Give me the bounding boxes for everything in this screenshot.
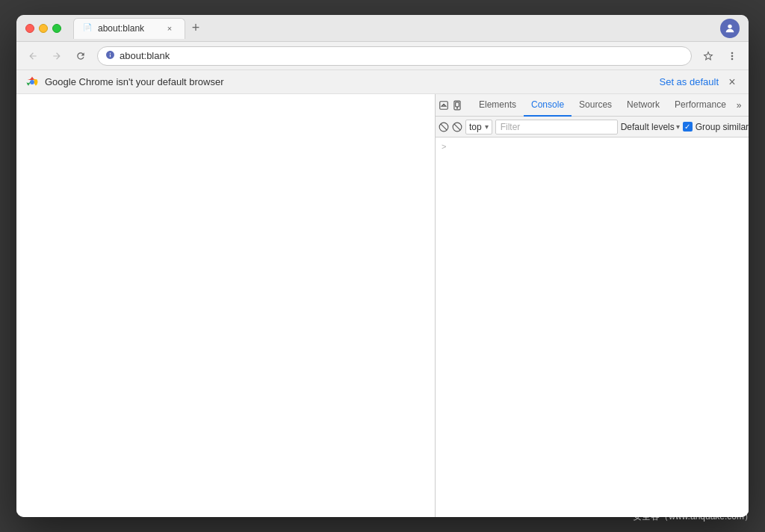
forward-button[interactable] [46, 46, 67, 66]
group-similar-toggle[interactable]: ✓ Group similar [683, 122, 749, 132]
tab-elements[interactable]: Elements [471, 94, 524, 117]
svg-point-1 [30, 80, 34, 84]
chrome-logo-icon [25, 75, 39, 89]
title-bar: 📄 about:blank × + [16, 15, 749, 42]
tab-favicon-icon: 📄 [83, 23, 93, 34]
console-context-select[interactable]: top ▾ [465, 120, 492, 134]
default-levels-arrow-icon: ▾ [676, 123, 680, 131]
address-text: about:blank [120, 50, 684, 61]
maximize-window-button[interactable] [52, 24, 61, 33]
clear-console-button[interactable] [439, 119, 449, 135]
svg-rect-4 [456, 102, 459, 106]
svg-point-0 [728, 24, 731, 28]
group-similar-checkbox[interactable]: ✓ [683, 122, 693, 132]
console-filter-input[interactable] [495, 120, 618, 134]
profile-icon[interactable] [720, 19, 740, 38]
close-tab-button[interactable]: × [164, 22, 176, 34]
console-prompt[interactable]: > [439, 140, 746, 152]
tab-title: about:blank [98, 23, 159, 34]
block-icon-button[interactable] [452, 119, 462, 135]
devtools-tabs: Elements Console Sources Network Perform… [471, 94, 734, 117]
svg-rect-2 [440, 101, 448, 109]
devtools-panel: Elements Console Sources Network Perform… [435, 94, 749, 517]
devtools-toolbar: Elements Console Sources Network Perform… [436, 94, 749, 117]
console-toolbar: top ▾ Default levels ▾ ✓ Group similar [436, 117, 749, 137]
tab-performance[interactable]: Performance [667, 94, 734, 117]
devtools-options-button[interactable] [745, 96, 749, 114]
reload-button[interactable] [70, 46, 91, 66]
new-tab-button[interactable]: + [185, 18, 206, 39]
address-bar[interactable]: about:blank [97, 46, 692, 66]
chrome-menu-button[interactable] [722, 46, 743, 66]
tab-bar: 📄 about:blank × + [73, 18, 714, 39]
svg-line-10 [441, 123, 447, 129]
tab-console[interactable]: Console [524, 94, 572, 117]
context-arrow-icon: ▾ [485, 123, 489, 131]
address-info-icon [105, 50, 115, 62]
device-toolbar-button[interactable] [452, 96, 462, 114]
close-infobar-button[interactable]: × [725, 75, 740, 90]
set-default-button[interactable]: Set as default [660, 76, 719, 87]
content-area: Elements Console Sources Network Perform… [16, 94, 749, 517]
window-controls [720, 19, 740, 38]
default-levels-dropdown[interactable]: Default levels ▾ [621, 122, 680, 132]
svg-point-5 [456, 107, 457, 108]
browser-window: 📄 about:blank × + about:blank [16, 15, 749, 517]
svg-line-12 [454, 123, 460, 129]
bookmark-button[interactable] [698, 46, 719, 66]
page-content [16, 94, 435, 517]
minimize-window-button[interactable] [39, 24, 48, 33]
group-similar-label: Group similar [696, 122, 749, 132]
tab-sources[interactable]: Sources [572, 94, 619, 117]
context-label: top [469, 122, 482, 132]
prompt-arrow-icon: > [442, 142, 446, 151]
inspect-element-button[interactable] [439, 96, 449, 114]
nav-bar: about:blank [16, 42, 749, 70]
info-message: Google Chrome isn't your default browser [45, 76, 654, 87]
devtools-actions [745, 96, 749, 114]
traffic-lights [25, 24, 61, 33]
info-bar: Google Chrome isn't your default browser… [16, 70, 749, 94]
back-button[interactable] [22, 46, 43, 66]
close-window-button[interactable] [25, 24, 34, 33]
tab-network[interactable]: Network [619, 94, 667, 117]
browser-tab[interactable]: 📄 about:blank × [73, 18, 185, 39]
console-content: > [436, 137, 749, 517]
more-tabs-button[interactable]: » [737, 96, 742, 114]
